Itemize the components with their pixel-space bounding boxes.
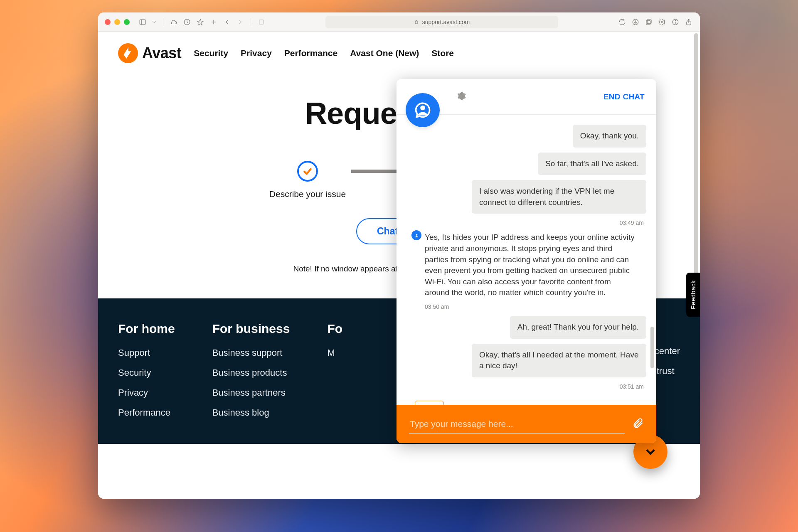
svg-rect-11 <box>646 20 650 25</box>
chat-widget: END CHAT Okay, thank you. So far, that's… <box>397 79 656 443</box>
svg-rect-7 <box>415 22 418 24</box>
paperclip-icon <box>632 417 644 429</box>
chat-input-bar <box>397 405 656 443</box>
step-1-check-icon <box>297 161 318 182</box>
svg-marker-3 <box>197 19 203 25</box>
reader-icon[interactable] <box>257 17 266 27</box>
end-chat-button[interactable]: END CHAT <box>603 92 645 101</box>
footer-partners-column: Fo M <box>327 322 342 427</box>
page-content: Avast Security Privacy Performance Avast… <box>98 32 700 499</box>
footer-link-business-products[interactable]: Business products <box>212 367 290 378</box>
svg-point-17 <box>420 106 425 111</box>
chat-message-user: Okay, that's all I needed at the moment.… <box>472 344 646 377</box>
chat-timestamp: 03:49 am <box>620 219 646 226</box>
agent-typing-indicator <box>415 401 444 405</box>
download-icon[interactable] <box>631 17 640 27</box>
chat-message-user: Okay, thank you. <box>573 125 646 148</box>
address-text: support.avast.com <box>422 19 470 25</box>
cloud-icon[interactable] <box>169 17 178 27</box>
maximize-window-button[interactable] <box>124 19 130 25</box>
gear-icon <box>456 91 466 101</box>
sidebar-toggle-icon[interactable] <box>138 17 147 27</box>
reload-icon[interactable] <box>618 17 627 27</box>
page-scrollbar[interactable] <box>694 33 698 299</box>
svg-point-15 <box>675 20 675 21</box>
feedback-tab[interactable]: Feedback <box>686 273 700 317</box>
window-controls <box>105 19 130 25</box>
address-bar[interactable]: support.avast.com <box>325 16 558 28</box>
footer-link-partners-m[interactable]: M <box>327 347 342 358</box>
chat-message-user: Ah, great! Thank you for your help. <box>510 316 646 339</box>
brand-name: Avast <box>142 44 181 62</box>
main-nav: Security Privacy Performance Avast One (… <box>194 48 454 58</box>
brand-logo[interactable]: Avast <box>118 43 181 63</box>
nav-security[interactable]: Security <box>194 48 228 58</box>
minimize-window-button[interactable] <box>114 19 120 25</box>
chat-header: END CHAT <box>397 79 656 115</box>
chat-message-user: I also was wondering if the VPN let me c… <box>472 180 646 214</box>
chat-attach-button[interactable] <box>632 417 644 431</box>
forward-button[interactable] <box>236 17 245 27</box>
clock-icon[interactable] <box>182 17 192 27</box>
avast-logo-icon <box>118 43 138 63</box>
footer-link-business-partners[interactable]: Business partners <box>212 387 290 398</box>
end-chat-label: END CHAT <box>603 92 645 101</box>
footer-link-performance[interactable]: Performance <box>118 407 175 418</box>
footer-link-privacy[interactable]: Privacy <box>118 387 175 398</box>
browser-titlebar: support.avast.com <box>98 12 700 32</box>
chat-message-user: So far, that's all I've asked. <box>538 153 646 175</box>
footer-business-title: For business <box>212 322 290 336</box>
chat-body: Okay, thank you. So far, that's all I've… <box>397 115 656 405</box>
tabs-icon[interactable] <box>644 17 653 27</box>
svg-point-12 <box>661 21 663 23</box>
footer-link-support[interactable]: Support <box>118 347 175 358</box>
star-icon[interactable] <box>196 17 205 27</box>
sidebar-chevron-icon[interactable] <box>151 17 157 27</box>
browser-window: support.avast.com Avast <box>98 12 700 499</box>
settings-icon[interactable] <box>658 17 667 27</box>
nav-privacy[interactable]: Privacy <box>241 48 272 58</box>
step-1: Describe your issue <box>264 161 351 200</box>
chat-settings-button[interactable] <box>456 91 466 103</box>
toolbar-separator <box>251 18 251 26</box>
chat-message-text: Yes, Its hides your IP address and keeps… <box>425 233 635 297</box>
lock-icon <box>414 20 419 25</box>
toolbar-separator <box>163 18 163 26</box>
feedback-label: Feedback <box>690 280 697 309</box>
nav-performance[interactable]: Performance <box>284 48 337 58</box>
nav-avast-one[interactable]: Avast One (New) <box>350 48 419 58</box>
svg-point-18 <box>416 234 417 236</box>
footer-link-security[interactable]: Security <box>118 367 175 378</box>
close-window-button[interactable] <box>105 19 111 25</box>
footer-business-column: For business Business support Business p… <box>212 322 290 427</box>
chat-message-input[interactable] <box>409 415 625 433</box>
chevron-down-icon <box>643 444 658 459</box>
share-icon[interactable] <box>684 17 693 27</box>
footer-link-business-support[interactable]: Business support <box>212 347 290 358</box>
footer-link-business-blog[interactable]: Business blog <box>212 407 290 418</box>
chat-timestamp: 03:51 am <box>620 383 646 390</box>
info-icon[interactable] <box>671 17 680 27</box>
chat-scrollbar[interactable] <box>650 327 654 368</box>
footer-home-column: For home Support Security Privacy Perfor… <box>118 322 175 427</box>
agent-mini-avatar <box>411 230 421 240</box>
chat-message-agent: Yes, Its hides your IP address and keeps… <box>411 232 636 298</box>
chat-timestamp: 03:50 am <box>411 303 646 310</box>
step-1-label: Describe your issue <box>269 188 346 200</box>
svg-rect-0 <box>140 20 145 25</box>
site-header: Avast Security Privacy Performance Avast… <box>98 32 700 71</box>
back-button[interactable] <box>222 17 232 27</box>
plus-icon[interactable] <box>209 17 218 27</box>
svg-rect-6 <box>259 20 264 24</box>
svg-rect-10 <box>647 20 651 24</box>
nav-store[interactable]: Store <box>431 48 454 58</box>
footer-home-title: For home <box>118 322 175 336</box>
footer-partners-title: Fo <box>327 322 342 336</box>
